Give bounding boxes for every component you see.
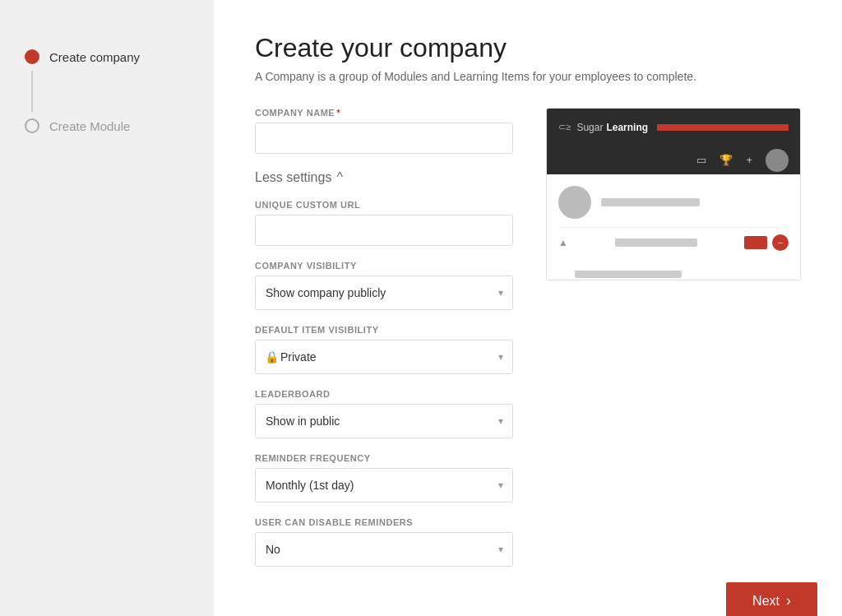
main-content: Create your company A Company is a group… — [214, 0, 842, 616]
required-marker: * — [336, 108, 340, 118]
preview-red-badge — [744, 236, 767, 249]
preview-header: ⊂≥ SugarLearning — [547, 109, 800, 146]
preview-sub-row — [558, 266, 789, 278]
default-item-visibility-label: DEFAULT ITEM VISIBILITY — [255, 325, 513, 335]
less-settings-label: Less settings — [255, 170, 331, 185]
reminder-frequency-label: REMINDER FREQUENCY — [255, 453, 513, 463]
leaderboard-label: LEADERBOARD — [255, 389, 513, 399]
company-visibility-wrapper: Show company publicly ▾ — [255, 276, 513, 310]
preview-nav-icon-3: + — [746, 154, 752, 166]
preview-red-banner — [657, 124, 789, 131]
page-subtitle: A Company is a group of Modules and Lear… — [255, 70, 801, 83]
company-name-input[interactable] — [255, 123, 513, 154]
bottom-bar: Next › — [214, 569, 842, 616]
preview-body: ▲ − — [547, 174, 800, 280]
preview-card: ⊂≥ SugarLearning ▭ 🏆 + — [546, 108, 801, 280]
preview-text-bar-1 — [615, 239, 697, 247]
next-button-label: Next — [752, 594, 780, 609]
preview-profile-row — [558, 186, 789, 219]
sidebar: Create company Create Module — [0, 0, 214, 616]
preview-content-row: ▲ − — [558, 227, 789, 257]
less-settings-toggle[interactable]: Less settings ^ — [255, 170, 513, 185]
preview-badge-row: − — [744, 234, 789, 251]
reminder-frequency-wrapper: Monthly (1st day) ▾ — [255, 468, 513, 503]
form-area: COMPANY NAME* Less settings ^ UNIQUE CUS… — [255, 108, 513, 567]
company-visibility-select[interactable]: Show company publicly — [255, 276, 513, 310]
company-name-label: COMPANY NAME* — [255, 108, 513, 118]
sidebar-item-label-company: Create company — [49, 50, 140, 64]
preview-nav-icon-1: ▭ — [696, 154, 706, 166]
step-dot-inactive — [25, 118, 39, 133]
user-disable-reminders-wrapper: No ▾ — [255, 532, 513, 567]
next-button[interactable]: Next › — [726, 582, 817, 616]
company-visibility-label: COMPANY VISIBILITY — [255, 261, 513, 271]
sidebar-item-create-company[interactable]: Create company — [25, 49, 189, 64]
unique-url-input[interactable] — [255, 215, 513, 246]
content-area: COMPANY NAME* Less settings ^ UNIQUE CUS… — [255, 108, 801, 567]
less-settings-arrow: ^ — [336, 170, 343, 185]
preview-avatar-large — [558, 186, 591, 219]
leaderboard-select[interactable]: Show in public — [255, 404, 513, 438]
preview-name-bar — [601, 198, 700, 206]
user-disable-reminders-select[interactable]: No — [255, 532, 513, 567]
unique-url-label: UNIQUE CUSTOM URL — [255, 200, 513, 210]
step-dot-active — [25, 49, 39, 64]
reminder-frequency-select[interactable]: Monthly (1st day) — [255, 468, 513, 503]
preview-minus-badge: − — [772, 234, 789, 251]
preview-nav-bar: ▭ 🏆 + — [547, 146, 800, 174]
user-disable-reminders-label: USER CAN DISABLE REMINDERS — [255, 517, 513, 527]
preview-avatar-small — [766, 149, 789, 172]
default-item-visibility-wrapper: 🔒 Private ▾ — [255, 340, 513, 374]
default-item-visibility-select[interactable]: Private — [255, 340, 513, 374]
leaderboard-wrapper: Show in public ▾ — [255, 404, 513, 438]
page-title: Create your company — [255, 33, 801, 63]
next-arrow-icon: › — [786, 592, 791, 609]
preview-logo: ⊂≥ SugarLearning — [558, 122, 648, 133]
sidebar-item-label-module: Create Module — [49, 119, 130, 133]
step-connector-line — [31, 71, 33, 112]
preview-nav-icon-2: 🏆 — [719, 154, 733, 166]
preview-sub-bar — [575, 271, 682, 278]
sidebar-item-create-module[interactable]: Create Module — [25, 118, 189, 133]
